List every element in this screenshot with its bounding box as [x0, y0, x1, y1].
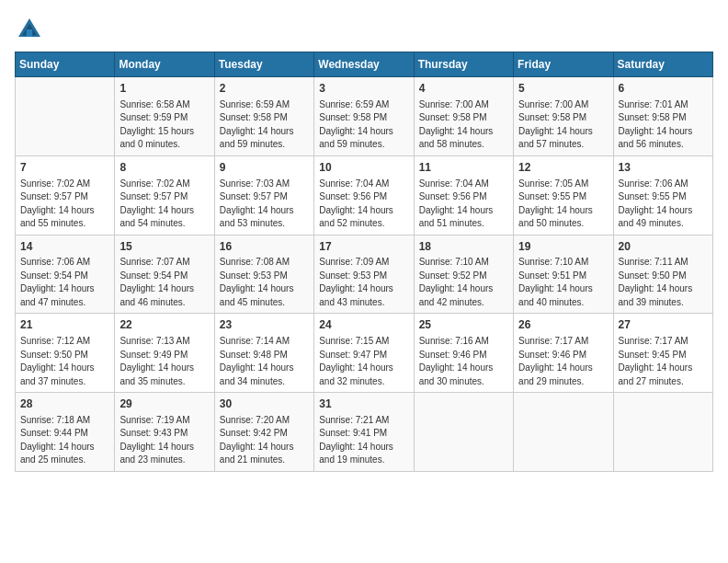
week-row-0: 1Sunrise: 6:58 AM Sunset: 9:59 PM Daylig…	[16, 77, 713, 156]
cell-content: Sunrise: 7:00 AM Sunset: 9:58 PM Dayligh…	[419, 98, 508, 152]
day-number: 30	[220, 396, 309, 412]
cell-content: Sunrise: 7:21 AM Sunset: 9:41 PM Dayligh…	[319, 414, 408, 467]
calendar-header: SundayMondayTuesdayWednesdayThursdayFrid…	[16, 52, 713, 77]
cell-content: Sunrise: 7:15 AM Sunset: 9:47 PM Dayligh…	[319, 335, 408, 388]
week-row-3: 21Sunrise: 7:12 AM Sunset: 9:50 PM Dayli…	[16, 314, 713, 393]
cell-content: Sunrise: 6:58 AM Sunset: 9:59 PM Dayligh…	[119, 98, 209, 152]
day-number: 4	[419, 81, 508, 97]
cell-content: Sunrise: 7:02 AM Sunset: 9:57 PM Dayligh…	[119, 178, 209, 231]
cell-content: Sunrise: 7:20 AM Sunset: 9:42 PM Dayligh…	[220, 414, 309, 467]
calendar-body: 1Sunrise: 6:58 AM Sunset: 9:59 PM Daylig…	[16, 77, 713, 472]
calendar-cell: 10Sunrise: 7:04 AM Sunset: 9:56 PM Dayli…	[314, 155, 414, 235]
day-number: 23	[220, 317, 309, 333]
calendar-cell: 29Sunrise: 7:19 AM Sunset: 9:43 PM Dayli…	[115, 393, 214, 472]
calendar-cell: 28Sunrise: 7:18 AM Sunset: 9:44 PM Dayli…	[16, 393, 115, 472]
cell-content: Sunrise: 7:04 AM Sunset: 9:56 PM Dayligh…	[319, 178, 408, 231]
calendar-cell: 11Sunrise: 7:04 AM Sunset: 9:56 PM Dayli…	[414, 155, 513, 235]
day-number: 5	[518, 81, 608, 97]
cell-content: Sunrise: 7:05 AM Sunset: 9:55 PM Dayligh…	[518, 178, 608, 231]
calendar-cell: 14Sunrise: 7:06 AM Sunset: 9:54 PM Dayli…	[16, 235, 115, 314]
day-number: 2	[220, 81, 309, 97]
day-number: 11	[419, 160, 508, 176]
header-day-sunday: Sunday	[16, 52, 115, 77]
cell-content: Sunrise: 7:03 AM Sunset: 9:57 PM Dayligh…	[220, 178, 309, 231]
cell-content: Sunrise: 7:17 AM Sunset: 9:46 PM Dayligh…	[518, 335, 608, 388]
day-number: 16	[220, 239, 309, 255]
week-row-4: 28Sunrise: 7:18 AM Sunset: 9:44 PM Dayli…	[16, 393, 713, 472]
day-number: 20	[619, 239, 708, 255]
day-number: 29	[119, 396, 209, 412]
calendar-cell: 12Sunrise: 7:05 AM Sunset: 9:55 PM Dayli…	[514, 155, 613, 235]
day-number: 24	[319, 317, 408, 333]
cell-content: Sunrise: 7:04 AM Sunset: 9:56 PM Dayligh…	[419, 178, 508, 231]
calendar-cell: 23Sunrise: 7:14 AM Sunset: 9:48 PM Dayli…	[214, 314, 313, 393]
calendar-cell	[16, 77, 115, 156]
day-number: 17	[319, 239, 408, 255]
week-row-2: 14Sunrise: 7:06 AM Sunset: 9:54 PM Dayli…	[16, 235, 713, 314]
calendar-cell: 18Sunrise: 7:10 AM Sunset: 9:52 PM Dayli…	[414, 235, 513, 314]
logo	[15, 15, 48, 44]
cell-content: Sunrise: 7:17 AM Sunset: 9:45 PM Dayligh…	[619, 335, 708, 388]
day-number: 8	[119, 160, 209, 176]
cell-content: Sunrise: 7:06 AM Sunset: 9:55 PM Dayligh…	[619, 178, 708, 231]
cell-content: Sunrise: 7:00 AM Sunset: 9:58 PM Dayligh…	[518, 98, 608, 152]
calendar: SundayMondayTuesdayWednesdayThursdayFrid…	[15, 52, 713, 472]
day-number: 22	[119, 317, 209, 333]
header-day-friday: Friday	[514, 52, 613, 77]
cell-content: Sunrise: 7:09 AM Sunset: 9:53 PM Dayligh…	[319, 256, 408, 309]
day-number: 6	[619, 81, 708, 97]
day-number: 9	[220, 160, 309, 176]
header-day-wednesday: Wednesday	[314, 52, 414, 77]
day-number: 12	[518, 160, 608, 176]
header-row: SundayMondayTuesdayWednesdayThursdayFrid…	[16, 52, 713, 77]
cell-content: Sunrise: 7:10 AM Sunset: 9:51 PM Dayligh…	[518, 256, 608, 309]
cell-content: Sunrise: 7:06 AM Sunset: 9:54 PM Dayligh…	[20, 256, 109, 309]
day-number: 15	[119, 239, 209, 255]
calendar-cell: 16Sunrise: 7:08 AM Sunset: 9:53 PM Dayli…	[214, 235, 313, 314]
day-number: 14	[20, 239, 109, 255]
day-number: 10	[319, 160, 408, 176]
day-number: 28	[20, 396, 109, 412]
calendar-cell: 24Sunrise: 7:15 AM Sunset: 9:47 PM Dayli…	[314, 314, 414, 393]
logo-icon	[15, 15, 44, 44]
day-number: 19	[518, 239, 608, 255]
calendar-cell: 13Sunrise: 7:06 AM Sunset: 9:55 PM Dayli…	[613, 155, 712, 235]
calendar-cell: 25Sunrise: 7:16 AM Sunset: 9:46 PM Dayli…	[414, 314, 513, 393]
calendar-cell: 3Sunrise: 6:59 AM Sunset: 9:58 PM Daylig…	[314, 77, 414, 156]
calendar-cell: 7Sunrise: 7:02 AM Sunset: 9:57 PM Daylig…	[16, 155, 115, 235]
calendar-cell: 9Sunrise: 7:03 AM Sunset: 9:57 PM Daylig…	[214, 155, 313, 235]
cell-content: Sunrise: 7:14 AM Sunset: 9:48 PM Dayligh…	[220, 335, 309, 388]
header-day-tuesday: Tuesday	[214, 52, 313, 77]
calendar-cell	[613, 393, 712, 472]
calendar-cell: 2Sunrise: 6:59 AM Sunset: 9:58 PM Daylig…	[214, 77, 313, 156]
header-day-monday: Monday	[115, 52, 214, 77]
cell-content: Sunrise: 6:59 AM Sunset: 9:58 PM Dayligh…	[220, 98, 309, 152]
calendar-cell: 5Sunrise: 7:00 AM Sunset: 9:58 PM Daylig…	[514, 77, 613, 156]
day-number: 27	[619, 317, 708, 333]
calendar-cell: 21Sunrise: 7:12 AM Sunset: 9:50 PM Dayli…	[16, 314, 115, 393]
calendar-cell: 27Sunrise: 7:17 AM Sunset: 9:45 PM Dayli…	[613, 314, 712, 393]
day-number: 25	[419, 317, 508, 333]
calendar-cell	[414, 393, 513, 472]
day-number: 1	[119, 81, 209, 97]
cell-content: Sunrise: 7:08 AM Sunset: 9:53 PM Dayligh…	[220, 256, 309, 309]
calendar-cell: 31Sunrise: 7:21 AM Sunset: 9:41 PM Dayli…	[314, 393, 414, 472]
calendar-cell: 6Sunrise: 7:01 AM Sunset: 9:58 PM Daylig…	[613, 77, 712, 156]
calendar-cell: 8Sunrise: 7:02 AM Sunset: 9:57 PM Daylig…	[115, 155, 214, 235]
svg-rect-2	[27, 29, 32, 37]
day-number: 7	[20, 160, 109, 176]
cell-content: Sunrise: 7:13 AM Sunset: 9:49 PM Dayligh…	[119, 335, 209, 388]
cell-content: Sunrise: 6:59 AM Sunset: 9:58 PM Dayligh…	[319, 98, 408, 152]
day-number: 3	[319, 81, 408, 97]
calendar-cell: 19Sunrise: 7:10 AM Sunset: 9:51 PM Dayli…	[514, 235, 613, 314]
calendar-cell: 1Sunrise: 6:58 AM Sunset: 9:59 PM Daylig…	[115, 77, 214, 156]
cell-content: Sunrise: 7:01 AM Sunset: 9:58 PM Dayligh…	[619, 98, 708, 152]
calendar-cell: 4Sunrise: 7:00 AM Sunset: 9:58 PM Daylig…	[414, 77, 513, 156]
calendar-cell: 26Sunrise: 7:17 AM Sunset: 9:46 PM Dayli…	[514, 314, 613, 393]
day-number: 13	[619, 160, 708, 176]
calendar-cell	[514, 393, 613, 472]
header-day-saturday: Saturday	[613, 52, 712, 77]
day-number: 18	[419, 239, 508, 255]
cell-content: Sunrise: 7:02 AM Sunset: 9:57 PM Dayligh…	[20, 178, 109, 231]
header-day-thursday: Thursday	[414, 52, 513, 77]
